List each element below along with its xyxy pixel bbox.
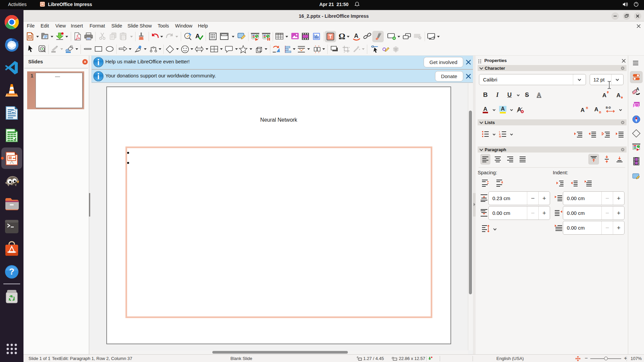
svg-text:A: A: [483, 106, 487, 112]
svg-text:I: I: [499, 131, 500, 133]
svg-text:III: III: [499, 135, 501, 138]
svg-text:Ω: Ω: [338, 32, 345, 41]
svg-text:B: B: [586, 106, 588, 110]
svg-text:A: A: [580, 107, 584, 113]
svg-text:?: ?: [9, 266, 14, 277]
svg-text:II: II: [499, 133, 500, 135]
svg-text:B: B: [599, 111, 601, 114]
svg-text:A: A: [602, 92, 606, 99]
svg-text:B-D: B-D: [606, 106, 611, 109]
svg-text:A: A: [616, 92, 621, 99]
svg-text:A: A: [501, 106, 505, 112]
svg-text:A: A: [537, 92, 541, 98]
svg-text:A: A: [354, 33, 359, 39]
svg-text:A: A: [594, 106, 598, 113]
